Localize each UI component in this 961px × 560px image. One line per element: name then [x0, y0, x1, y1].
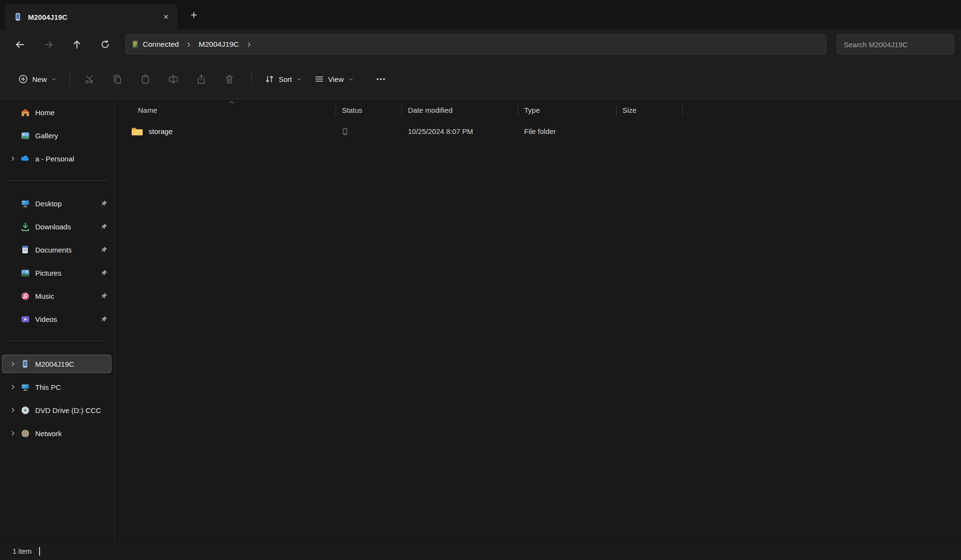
this-pc-icon	[19, 383, 31, 392]
tab-title: M2004J19C	[28, 13, 153, 21]
sidebar-item-home[interactable]: Home	[2, 103, 111, 121]
sidebar-item-videos[interactable]: Videos	[2, 310, 111, 328]
chevron-right-icon[interactable]	[7, 407, 19, 413]
connected-device-icon	[132, 40, 139, 49]
navigation-pane: Home Gallery a - Personal	[0, 99, 114, 542]
column-header-date-modified[interactable]: Date modified	[402, 99, 518, 121]
rename-button[interactable]	[161, 68, 186, 90]
pin-icon	[97, 200, 111, 207]
file-row-storage[interactable]: storage 10/25/2024 8:07 PM File folder	[115, 121, 961, 142]
item-count: 1 item	[13, 547, 32, 555]
onedrive-cloud-icon	[19, 154, 31, 163]
chevron-right-icon	[183, 41, 195, 48]
view-icon	[314, 74, 324, 84]
gallery-icon	[19, 131, 31, 140]
sidebar-divider	[7, 180, 108, 181]
sidebar-divider	[7, 341, 108, 341]
chevron-right-icon[interactable]	[7, 430, 19, 436]
file-list-pane: Name Status Date modified Type Size stor…	[115, 99, 961, 542]
sort-icon	[265, 74, 274, 84]
new-tab-button[interactable]: +	[186, 7, 202, 23]
plus-circle-icon	[18, 74, 28, 84]
sidebar-item-pictures[interactable]: Pictures	[2, 264, 111, 282]
device-status-icon	[342, 128, 348, 135]
up-button[interactable]	[66, 34, 88, 54]
home-icon	[19, 108, 31, 117]
file-explorer-window: M2004J19C ✕ + Connected M2004J19C	[0, 0, 961, 560]
toolbar-separator	[251, 72, 252, 86]
videos-icon	[19, 315, 31, 324]
chevron-down-icon	[348, 77, 353, 82]
phone-icon	[14, 13, 22, 21]
tab-m2004j19c[interactable]: M2004J19C ✕	[5, 4, 178, 29]
sidebar-item-desktop[interactable]: Desktop	[2, 194, 111, 213]
copy-button[interactable]	[105, 68, 130, 90]
pin-icon	[97, 269, 111, 276]
sidebar-item-m2004j19c[interactable]: M2004J19C	[2, 355, 111, 373]
forward-button[interactable]	[37, 34, 59, 54]
close-tab-button[interactable]: ✕	[159, 10, 173, 24]
music-icon	[19, 292, 31, 301]
tab-bar: M2004J19C ✕ +	[0, 0, 961, 29]
refresh-button[interactable]	[94, 34, 116, 54]
sidebar-item-this-pc[interactable]: This PC	[2, 378, 111, 396]
sidebar-item-onedrive-personal[interactable]: a - Personal	[2, 149, 111, 168]
breadcrumb-m2004j19c[interactable]: M2004J19C	[195, 38, 243, 51]
navigation-bar: Connected M2004J19C	[0, 29, 961, 59]
chevron-down-icon	[297, 77, 302, 82]
chevron-right-icon[interactable]	[7, 156, 19, 161]
pin-icon	[97, 316, 111, 322]
sidebar-item-music[interactable]: Music	[2, 287, 111, 305]
pin-icon	[97, 223, 111, 230]
phone-icon	[19, 360, 31, 368]
sidebar-item-gallery[interactable]: Gallery	[2, 126, 111, 145]
documents-icon	[19, 245, 31, 254]
view-button[interactable]: View	[308, 68, 360, 90]
pin-icon	[97, 246, 111, 253]
column-header-name[interactable]: Name	[115, 99, 336, 121]
dvd-drive-icon	[19, 406, 31, 415]
delete-button[interactable]	[217, 68, 242, 90]
sidebar-item-documents[interactable]: Documents	[2, 240, 111, 259]
file-name: storage	[149, 127, 173, 135]
column-header-row: Name Status Date modified Type Size	[115, 99, 961, 121]
sidebar-item-network[interactable]: Network	[2, 424, 111, 442]
sidebar-item-downloads[interactable]: Downloads	[2, 217, 111, 236]
chevron-right-icon[interactable]	[7, 384, 19, 390]
status-bar-divider	[39, 547, 40, 556]
network-icon	[19, 429, 31, 438]
cut-button[interactable]	[77, 68, 102, 90]
search-input[interactable]	[837, 34, 954, 54]
sidebar-item-dvd-drive[interactable]: DVD Drive (D:) CCC	[2, 401, 111, 419]
pin-icon	[97, 293, 111, 299]
column-header-status[interactable]: Status	[336, 99, 402, 121]
file-date-modified: 10/25/2024 8:07 PM	[402, 127, 518, 135]
column-header-size[interactable]: Size	[617, 99, 683, 121]
file-type: File folder	[518, 127, 617, 135]
more-options-button[interactable]: •••	[370, 68, 393, 90]
desktop-icon	[19, 199, 31, 208]
chevron-right-icon[interactable]	[7, 361, 19, 367]
new-button[interactable]: New	[12, 68, 63, 90]
downloads-icon	[19, 222, 31, 231]
share-button[interactable]	[189, 68, 214, 90]
status-bar: 1 item	[0, 542, 961, 560]
breadcrumb-connected[interactable]: Connected	[139, 38, 183, 51]
chevron-down-icon	[51, 77, 56, 82]
chevron-right-icon	[243, 41, 255, 48]
toolbar-separator	[69, 72, 70, 86]
column-header-type[interactable]: Type	[518, 99, 617, 121]
folder-icon	[131, 127, 143, 136]
command-toolbar: New Sort	[0, 59, 961, 99]
address-bar[interactable]: Connected M2004J19C	[125, 34, 826, 54]
paste-button[interactable]	[133, 68, 158, 90]
pictures-icon	[19, 268, 31, 278]
sort-button[interactable]: Sort	[258, 68, 308, 90]
back-button[interactable]	[9, 34, 31, 54]
